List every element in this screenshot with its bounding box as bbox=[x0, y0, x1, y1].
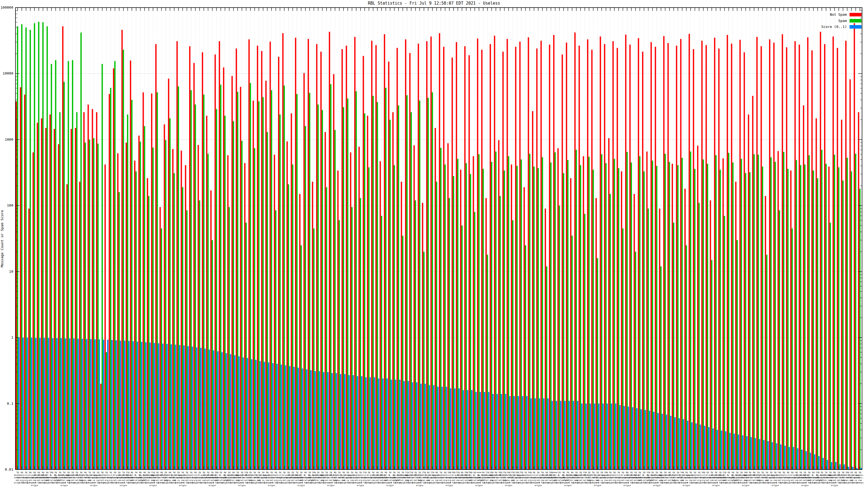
x-tick-label: 10@ bbox=[498, 471, 502, 474]
bar-spam bbox=[762, 166, 763, 469]
bar-score bbox=[94, 339, 96, 469]
bar-not-spam bbox=[650, 42, 652, 469]
bar-score bbox=[602, 404, 604, 469]
x-tick-label: 2@ bbox=[673, 471, 675, 474]
bar-not-spam bbox=[528, 37, 529, 469]
x-tick-label: 3@ bbox=[203, 471, 205, 474]
bar-not-spam bbox=[147, 178, 148, 469]
x-tick-label: 2@ bbox=[164, 471, 167, 474]
x-tick-label: 6@ bbox=[33, 471, 36, 474]
x-tick-label: 2@ bbox=[241, 471, 243, 474]
x-tick-label: 4@ bbox=[571, 471, 574, 474]
bar-spam bbox=[165, 140, 166, 469]
bar-not-spam bbox=[731, 44, 733, 469]
x-tick-label: 2@ bbox=[156, 471, 159, 474]
bar-not-spam bbox=[854, 23, 855, 469]
x-tick-label: org bbox=[490, 479, 494, 482]
x-tick-label: 8@ bbox=[266, 471, 269, 474]
x-tick-label: 2@ bbox=[114, 471, 116, 474]
bar-not-spam bbox=[756, 37, 757, 469]
bar-spam bbox=[851, 171, 852, 469]
bar-spam bbox=[212, 240, 213, 469]
x-tick-label: 2@ bbox=[829, 471, 832, 474]
bar-spam bbox=[567, 160, 568, 469]
bar-not-spam bbox=[295, 38, 296, 469]
x-tick-label: b. bbox=[135, 474, 137, 476]
bar-not-spam bbox=[773, 42, 775, 469]
x-tick-label: b. bbox=[727, 474, 730, 476]
bar-not-spam bbox=[591, 50, 593, 469]
x-tick-label: 14@ bbox=[680, 471, 684, 474]
bar-not-spam bbox=[439, 33, 440, 469]
x-tick-label: 4@ bbox=[143, 471, 146, 474]
bar-score bbox=[391, 380, 392, 469]
bar-spam bbox=[584, 214, 585, 469]
bar-not-spam bbox=[312, 182, 313, 469]
x-tick-label: net bbox=[545, 479, 549, 482]
bar-spam bbox=[707, 164, 708, 469]
x-tick-label: origin bbox=[623, 484, 631, 487]
bar-not-spam bbox=[777, 151, 779, 469]
bar-not-spam bbox=[739, 40, 741, 469]
bar-not-spam bbox=[464, 46, 466, 469]
x-tick-label: origin bbox=[327, 484, 335, 487]
bar-not-spam bbox=[532, 111, 533, 469]
x-tick-label: org bbox=[193, 479, 197, 482]
x-tick-label: none bbox=[553, 471, 558, 474]
bar-not-spam bbox=[562, 55, 563, 469]
x-tick-label: net bbox=[452, 479, 456, 482]
bar-score bbox=[429, 385, 430, 469]
bar-score bbox=[120, 340, 121, 469]
bar-score bbox=[192, 347, 193, 469]
bar-not-spam bbox=[655, 46, 656, 469]
bar-not-spam bbox=[629, 44, 631, 469]
x-tick-label: net bbox=[460, 479, 464, 482]
bar-not-spam bbox=[702, 41, 703, 469]
bar-score bbox=[200, 348, 202, 469]
bar-spam bbox=[42, 22, 44, 469]
x-tick-label: 2@ bbox=[643, 471, 646, 474]
x-tick-label: net bbox=[329, 479, 333, 482]
x-tick-label: net bbox=[295, 479, 299, 482]
bar-spam bbox=[262, 97, 264, 469]
x-tick-label: origin bbox=[801, 484, 809, 487]
bar-spam bbox=[390, 120, 391, 469]
x-tick-label: 9@ bbox=[660, 471, 662, 474]
bar-score bbox=[141, 342, 143, 469]
x-tick-label: 2@ bbox=[237, 471, 239, 474]
x-tick-label: org bbox=[786, 479, 790, 482]
bar-spam bbox=[34, 23, 35, 469]
bar-score bbox=[577, 401, 578, 470]
x-tick-label: com bbox=[350, 479, 354, 482]
x-tick-label: net bbox=[765, 479, 769, 482]
x-tick-label: 2@ bbox=[575, 471, 578, 474]
x-tick-label: com bbox=[371, 479, 375, 482]
bar-not-spam bbox=[299, 194, 301, 469]
bar-spam bbox=[275, 210, 276, 469]
bar-not-spam bbox=[41, 118, 42, 469]
x-tick-label: 2@ bbox=[338, 471, 341, 474]
bar-spam bbox=[728, 153, 730, 469]
bar-not-spam bbox=[680, 39, 681, 469]
x-tick-label: net bbox=[291, 479, 294, 482]
x-tick-label: ca bbox=[600, 479, 603, 482]
x-tick-label: 5@ bbox=[541, 471, 544, 474]
bar-not-spam bbox=[668, 43, 669, 469]
bar-score bbox=[649, 411, 650, 469]
x-tick-label: 6@ bbox=[639, 471, 641, 474]
bar-not-spam bbox=[193, 63, 195, 469]
bar-score bbox=[323, 372, 324, 469]
bar-not-spam bbox=[126, 142, 127, 469]
bar-score bbox=[289, 366, 290, 469]
x-tick-label: 15@ bbox=[422, 471, 426, 474]
bar-score bbox=[179, 345, 180, 469]
bar-spam bbox=[846, 158, 848, 469]
x-tick-label: net bbox=[583, 479, 587, 482]
bar-score bbox=[239, 356, 240, 469]
bar-score bbox=[319, 371, 320, 469]
x-tick-label: 2@ bbox=[622, 471, 624, 474]
bar-score bbox=[44, 338, 45, 469]
bar-not-spam bbox=[88, 104, 89, 469]
bar-score bbox=[479, 392, 481, 469]
bar-spam bbox=[766, 255, 767, 469]
